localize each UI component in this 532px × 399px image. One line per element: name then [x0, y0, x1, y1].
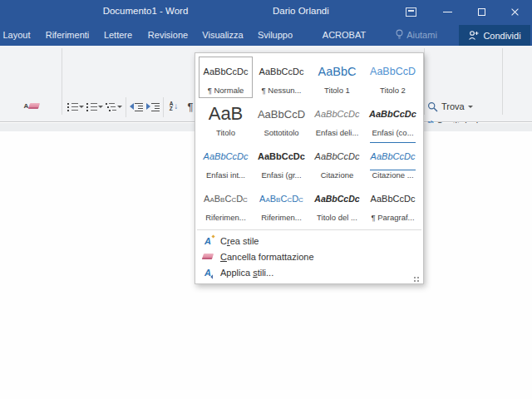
style-label: Enfasi (gr... [261, 170, 301, 182]
tab-lettere[interactable]: Lettere [96, 23, 140, 46]
style-item-titolo-2[interactable]: AaBbCcD Titolo 2 [366, 57, 420, 98]
style-item-riferimento-delicato[interactable]: AaBbCcDc Riferimen... [199, 184, 253, 225]
style-preview: AaBbCcDc [371, 185, 416, 213]
tab-riferimenti[interactable]: Riferimenti [40, 23, 95, 46]
decrease-indent-button[interactable] [129, 99, 144, 114]
menu-separator [197, 229, 421, 230]
style-label: Enfasi int... [206, 170, 245, 182]
apply-styles-menu-item[interactable]: A Applica stili... [195, 264, 423, 280]
apply-styles-label: Applica stili... [220, 268, 273, 278]
close-icon [510, 7, 520, 17]
style-preview: AaBbCcDc [314, 185, 359, 213]
sort-icon: A Z [170, 101, 174, 111]
style-preview: AaBbCcDc [315, 142, 360, 170]
bullet-list-caret [79, 106, 84, 108]
style-label: Sottotitolo [264, 128, 298, 140]
tab-acrobat[interactable]: ACROBAT [314, 23, 374, 46]
gallery-resize-grip[interactable] [413, 276, 421, 282]
find-label: Trova [441, 101, 465, 111]
style-label: Titolo [216, 128, 235, 140]
style-item-titolo-del-libro[interactable]: AaBbCcDc Titolo del ... [310, 184, 364, 225]
style-preview: AaBbCcD [258, 100, 305, 128]
numbered-list-button[interactable] [86, 99, 104, 114]
style-preview: AaBbCcDc [258, 142, 305, 170]
style-item-enfasi-corsivo[interactable]: AaBbCcDc Enfasi (co... [366, 99, 420, 140]
group-separator [424, 48, 425, 115]
style-label: Riferimen... [261, 213, 302, 224]
tab-revisione[interactable]: Revisione [143, 23, 193, 46]
find-caret [468, 106, 473, 108]
sort-arrow-icon: ↓ [174, 102, 178, 111]
style-label: Enfasi deli... [316, 128, 359, 140]
account-name[interactable]: Dario Orlandi [273, 6, 323, 16]
style-preview: AaBbCcDc [259, 185, 303, 213]
clear-formatting-button[interactable]: A [20, 97, 43, 114]
group-separator [62, 48, 62, 115]
tab-sviluppo[interactable]: Sviluppo [252, 23, 298, 46]
pilcrow-icon: ¶ [188, 101, 194, 112]
word-window: Documento1 - Word Dario Orlandi Layout R… [0, 0, 532, 399]
share-label: Condividi [483, 31, 520, 41]
create-style-menu-item[interactable]: A Crea stile [195, 233, 423, 249]
search-icon [427, 101, 438, 112]
style-preview: AaB [209, 100, 244, 128]
sort-button[interactable]: A Z ↓ [165, 98, 182, 115]
clear-formatting-label: Cancella formattazione [220, 252, 314, 262]
style-item-riferimento-intenso[interactable]: AaBbCcDc Riferimen... [254, 184, 308, 225]
style-preview: AaBbCcDc [204, 185, 248, 213]
numbered-list-icon [86, 102, 97, 111]
style-preview: AaBbCcDc [259, 57, 304, 86]
maximize-icon [478, 8, 485, 16]
button-separator [126, 97, 126, 117]
maximize-button[interactable] [469, 0, 494, 23]
style-preview: AaBbCcDc [369, 100, 416, 128]
numbered-list-caret [98, 106, 103, 108]
tab-aiutami[interactable]: Aiutami [391, 23, 442, 46]
bullet-list-icon [67, 102, 78, 111]
style-item-titolo[interactable]: AaB Titolo [199, 99, 253, 140]
style-label: Titolo del ... [317, 213, 357, 224]
find-button[interactable]: Trova [427, 99, 473, 114]
style-preview: AaBbCcDc [315, 100, 360, 128]
eraser-icon [202, 254, 214, 259]
style-item-normale[interactable]: AaBbCcDc ¶ Normale [199, 57, 253, 98]
lightbulb-icon [396, 29, 403, 40]
close-button[interactable] [502, 0, 527, 23]
style-preview: AaBbCcD [370, 57, 416, 86]
style-item-enfasi-grassetto[interactable]: AaBbCcDc Enfasi (gr... [254, 141, 308, 183]
increase-indent-button[interactable] [145, 99, 160, 114]
style-label: Citazione [321, 170, 354, 182]
clear-formatting-menu-icon [201, 251, 214, 263]
styles-grid: AaBbCcDc ¶ Normale AaBbCcDc ¶ Nessun... … [195, 53, 423, 229]
minimize-icon [443, 12, 452, 12]
style-preview: AaBbCcDc [204, 57, 249, 86]
clear-formatting-menu-item[interactable]: Cancella formattazione [195, 249, 423, 264]
tab-visualizza[interactable]: Visualizza [198, 23, 248, 46]
ribbon-tab-row: Layout Riferimenti Lettere Revisione Vis… [0, 23, 532, 46]
style-preview: AaBbC [318, 57, 357, 86]
style-item-paragrafo-elenco[interactable]: AaBbCcDc ¶ Paragraf... [366, 184, 420, 225]
style-item-nessuna-spaziatura[interactable]: AaBbCcDc ¶ Nessun... [254, 57, 308, 98]
bullet-list-button[interactable] [66, 99, 85, 114]
style-item-enfasi-delicata[interactable]: AaBbCcDc Enfasi deli... [310, 99, 364, 140]
multilevel-list-caret [117, 106, 122, 108]
decrease-indent-icon [130, 103, 134, 110]
style-item-titolo-1[interactable]: AaBbC Titolo 1 [310, 57, 364, 98]
styles-gallery-popup: AaBbCcDc ¶ Normale AaBbCcDc ¶ Nessun... … [195, 52, 424, 284]
share-button[interactable]: Condividi [459, 25, 530, 46]
multilevel-list-button[interactable] [105, 99, 123, 114]
style-label: Titolo 2 [380, 86, 406, 97]
minimize-button[interactable] [435, 0, 460, 23]
create-style-icon: A [201, 235, 214, 247]
style-label: Citazione ... [372, 170, 413, 182]
style-item-citazione[interactable]: AaBbCcDc Citazione [310, 141, 364, 183]
tab-layout[interactable]: Layout [1, 23, 32, 46]
style-label: Enfasi (co... [372, 128, 413, 140]
tab-aiutami-label: Aiutami [406, 30, 437, 40]
style-item-sottotitolo[interactable]: AaBbCcD Sottotitolo [254, 99, 308, 140]
style-item-citazione-intensa[interactable]: AaBbCcDc Citazione ... [366, 141, 420, 183]
titlebar: Documento1 - Word Dario Orlandi [0, 0, 532, 23]
style-label: Titolo 1 [324, 86, 350, 97]
ribbon-display-options-button[interactable] [398, 0, 423, 23]
style-item-enfasi-intensa[interactable]: AaBbCcDc Enfasi int... [199, 141, 253, 183]
